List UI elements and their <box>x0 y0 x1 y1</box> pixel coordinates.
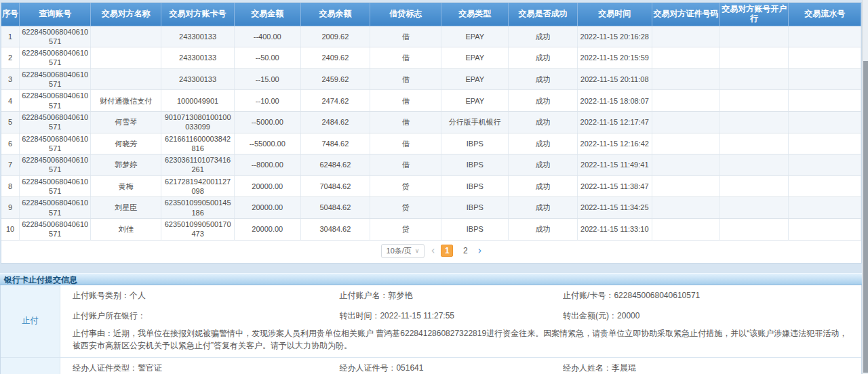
table-cell: 成功 <box>509 218 577 240</box>
table-cell: 6228450068040610571 <box>20 26 91 47</box>
table-cell: 贷 <box>370 197 441 219</box>
table-cell: 243300133 <box>161 68 235 90</box>
scrollbar-thumb[interactable] <box>863 61 868 373</box>
table-cell <box>652 133 719 154</box>
main-content: 序号查询账号交易对方名称交易对方账卡号交易金额交易余额借贷标志交易类型交易是否成… <box>0 0 862 374</box>
table-cell: 借 <box>370 26 441 47</box>
table-cell: 50484.62 <box>300 197 370 219</box>
page: 序号查询账号交易对方名称交易对方账卡号交易金额交易余额借贷标志交易类型交易是否成… <box>0 0 868 374</box>
table-cell <box>720 26 789 47</box>
table-cell: 分行版手机银行 <box>441 111 509 133</box>
table-cell: 借 <box>370 47 441 69</box>
table-cell <box>652 26 719 47</box>
table-cell: 2022-11-15 11:38:47 <box>577 175 652 197</box>
page-size-label: 10条/页 <box>387 246 412 256</box>
table-cell <box>720 90 789 112</box>
table-row: 66228450068040610571何晓芳62166116000038428… <box>1 133 861 154</box>
pagination: 10条/页 ∨ ‹ 1 2 › <box>1 241 861 263</box>
table-cell: 6235010990500145186 <box>161 197 235 219</box>
table-cell: 2022-11-15 20:11:08 <box>577 68 652 90</box>
table-row: 106228450068040610571刘佳62350109905001704… <box>1 218 861 240</box>
next-page-button[interactable]: › <box>477 246 481 256</box>
transactions-table-header: 序号查询账号交易对方名称交易对方账卡号交易金额交易余额借贷标志交易类型交易是否成… <box>1 3 861 26</box>
chevron-down-icon: ∨ <box>415 248 420 254</box>
table-cell <box>652 68 719 90</box>
stop-payment-group: 止付 止付账号类别：个人 止付账户名：郭梦艳 止付账/卡号：6228450068… <box>1 285 861 358</box>
table-cell: 成功 <box>509 68 577 90</box>
table-cell <box>720 68 789 90</box>
table-cell: 借 <box>370 111 441 133</box>
table-cell: 成功 <box>509 26 577 47</box>
table-cell: 3 <box>1 68 20 90</box>
agent-id-number-field: 经办人证件号：051641 <box>339 362 563 374</box>
table-cell: 6235010990500170473 <box>161 218 235 240</box>
field-row: 止付账号类别：个人 止付账户名：郭梦艳 止付账/卡号：6228450068040… <box>60 285 861 306</box>
table-cell: 何晓芳 <box>91 133 161 154</box>
table-cell: 2022-11-15 20:15:59 <box>577 47 652 69</box>
table-row: 46228450068040610571财付通微信支付1000049901--1… <box>1 90 861 112</box>
table-cell <box>720 154 789 176</box>
prev-page-button[interactable]: ‹ <box>431 246 435 256</box>
stop-payment-group-content: 止付账号类别：个人 止付账户名：郭梦艳 止付账/卡号：6228450068040… <box>60 285 861 357</box>
table-cell: 成功 <box>509 154 577 176</box>
table-cell <box>91 68 161 90</box>
agent-info-group-label: 经办信息 <box>1 358 60 374</box>
table-cell: 30484.62 <box>300 218 370 240</box>
table-cell: 6228450068040610571 <box>20 154 91 176</box>
table-cell: 8 <box>1 175 20 197</box>
table-cell: 4 <box>1 90 20 112</box>
table-cell: 刘佳 <box>91 218 161 240</box>
stop-payment-section: 银行卡止付提交信息 止付 止付账号类别：个人 止付账户名：郭梦艳 止付账/卡号：… <box>0 273 862 374</box>
table-cell: 贷 <box>370 175 441 197</box>
table-cell: 2459.62 <box>300 68 370 90</box>
table-cell: --10.00 <box>234 90 300 112</box>
table-cell: 成功 <box>509 133 577 154</box>
table-cell: 20000.00 <box>234 175 300 197</box>
transfer-time-field: 转出时间：2022-11-15 11:27:55 <box>339 310 563 322</box>
table-cell <box>652 47 719 69</box>
table-cell: 成功 <box>509 175 577 197</box>
column-header: 交易余额 <box>300 3 370 26</box>
table-cell: 2009.62 <box>300 26 370 47</box>
stop-card-number-field: 止付账/卡号：6228450068040610571 <box>563 290 857 302</box>
column-header: 交易金额 <box>234 3 300 26</box>
page-button-2[interactable]: 2 <box>459 245 471 257</box>
column-header: 交易时间 <box>577 3 652 26</box>
table-cell <box>652 111 719 133</box>
table-cell: 1000049901 <box>161 90 235 112</box>
table-cell: 借 <box>370 68 441 90</box>
agent-name-field: 经办人姓名：李晨琨 <box>563 362 857 374</box>
transactions-panel: 序号查询账号交易对方名称交易对方账卡号交易金额交易余额借贷标志交易类型交易是否成… <box>1 2 862 264</box>
page-size-select[interactable]: 10条/页 ∨ <box>381 244 425 258</box>
table-cell: --15.00 <box>234 68 300 90</box>
table-cell: 6228450068040610571 <box>20 68 91 90</box>
table-cell: 9010713080100100033099 <box>161 111 235 133</box>
table-cell: 借 <box>370 133 441 154</box>
stop-account-name-field: 止付账户名：郭梦艳 <box>339 290 563 302</box>
table-row: 36228450068040610571243300133--15.002459… <box>1 68 861 90</box>
header-row: 序号查询账号交易对方名称交易对方账卡号交易金额交易余额借贷标志交易类型交易是否成… <box>1 3 861 26</box>
table-cell: 成功 <box>509 90 577 112</box>
table-cell: 借 <box>370 154 441 176</box>
stop-payment-section-body: 止付 止付账号类别：个人 止付账户名：郭梦艳 止付账/卡号：6228450068… <box>0 285 862 374</box>
table-cell <box>652 154 719 176</box>
table-cell: 成功 <box>509 197 577 219</box>
stop-payment-group-label: 止付 <box>1 285 60 357</box>
table-cell: IBPS <box>441 154 509 176</box>
column-header: 交易对方账号开户行 <box>720 3 789 26</box>
table-cell <box>720 133 789 154</box>
table-cell <box>789 68 861 90</box>
table-cell: --50.00 <box>234 47 300 69</box>
table-cell <box>789 90 861 112</box>
table-cell: IBPS <box>441 197 509 219</box>
table-cell: 243300133 <box>161 26 235 47</box>
stop-account-bank-field: 止付账户所在银行： <box>73 310 339 322</box>
column-header: 交易对方证件号码 <box>652 3 719 26</box>
table-cell <box>720 175 789 197</box>
table-cell: --400.00 <box>234 26 300 47</box>
page-button-1[interactable]: 1 <box>441 245 453 257</box>
table-cell: 2474.62 <box>300 90 370 112</box>
vertical-scrollbar[interactable] <box>862 0 868 374</box>
table-cell <box>789 175 861 197</box>
table-cell: 1 <box>1 26 20 47</box>
